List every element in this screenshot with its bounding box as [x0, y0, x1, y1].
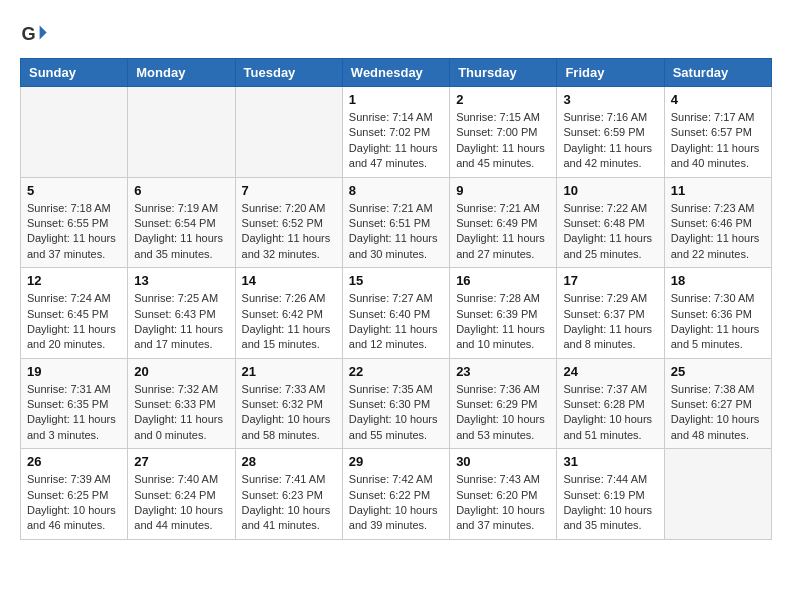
day-info: Sunrise: 7:22 AM Sunset: 6:48 PM Dayligh…	[563, 201, 657, 263]
header: G	[20, 20, 772, 48]
day-cell	[128, 87, 235, 178]
svg-marker-1	[40, 26, 47, 40]
day-info: Sunrise: 7:43 AM Sunset: 6:20 PM Dayligh…	[456, 472, 550, 534]
week-row-3: 12Sunrise: 7:24 AM Sunset: 6:45 PM Dayli…	[21, 268, 772, 359]
day-info: Sunrise: 7:41 AM Sunset: 6:23 PM Dayligh…	[242, 472, 336, 534]
day-cell	[664, 449, 771, 540]
day-number: 3	[563, 92, 657, 107]
day-info: Sunrise: 7:36 AM Sunset: 6:29 PM Dayligh…	[456, 382, 550, 444]
day-number: 30	[456, 454, 550, 469]
day-info: Sunrise: 7:19 AM Sunset: 6:54 PM Dayligh…	[134, 201, 228, 263]
day-info: Sunrise: 7:27 AM Sunset: 6:40 PM Dayligh…	[349, 291, 443, 353]
week-row-4: 19Sunrise: 7:31 AM Sunset: 6:35 PM Dayli…	[21, 358, 772, 449]
day-number: 31	[563, 454, 657, 469]
day-info: Sunrise: 7:42 AM Sunset: 6:22 PM Dayligh…	[349, 472, 443, 534]
day-info: Sunrise: 7:24 AM Sunset: 6:45 PM Dayligh…	[27, 291, 121, 353]
day-number: 2	[456, 92, 550, 107]
week-row-5: 26Sunrise: 7:39 AM Sunset: 6:25 PM Dayli…	[21, 449, 772, 540]
day-cell: 23Sunrise: 7:36 AM Sunset: 6:29 PM Dayli…	[450, 358, 557, 449]
day-number: 7	[242, 183, 336, 198]
day-cell: 18Sunrise: 7:30 AM Sunset: 6:36 PM Dayli…	[664, 268, 771, 359]
day-cell: 30Sunrise: 7:43 AM Sunset: 6:20 PM Dayli…	[450, 449, 557, 540]
day-number: 24	[563, 364, 657, 379]
day-cell: 20Sunrise: 7:32 AM Sunset: 6:33 PM Dayli…	[128, 358, 235, 449]
day-cell: 31Sunrise: 7:44 AM Sunset: 6:19 PM Dayli…	[557, 449, 664, 540]
day-info: Sunrise: 7:16 AM Sunset: 6:59 PM Dayligh…	[563, 110, 657, 172]
day-number: 13	[134, 273, 228, 288]
day-info: Sunrise: 7:29 AM Sunset: 6:37 PM Dayligh…	[563, 291, 657, 353]
day-cell: 29Sunrise: 7:42 AM Sunset: 6:22 PM Dayli…	[342, 449, 449, 540]
day-number: 6	[134, 183, 228, 198]
day-cell: 25Sunrise: 7:38 AM Sunset: 6:27 PM Dayli…	[664, 358, 771, 449]
logo-icon: G	[20, 20, 48, 48]
week-row-2: 5Sunrise: 7:18 AM Sunset: 6:55 PM Daylig…	[21, 177, 772, 268]
day-cell: 6Sunrise: 7:19 AM Sunset: 6:54 PM Daylig…	[128, 177, 235, 268]
day-cell: 14Sunrise: 7:26 AM Sunset: 6:42 PM Dayli…	[235, 268, 342, 359]
col-header-tuesday: Tuesday	[235, 59, 342, 87]
col-header-thursday: Thursday	[450, 59, 557, 87]
calendar-header-row: SundayMondayTuesdayWednesdayThursdayFrid…	[21, 59, 772, 87]
day-number: 18	[671, 273, 765, 288]
day-cell: 2Sunrise: 7:15 AM Sunset: 7:00 PM Daylig…	[450, 87, 557, 178]
day-info: Sunrise: 7:40 AM Sunset: 6:24 PM Dayligh…	[134, 472, 228, 534]
day-number: 27	[134, 454, 228, 469]
col-header-saturday: Saturday	[664, 59, 771, 87]
day-info: Sunrise: 7:44 AM Sunset: 6:19 PM Dayligh…	[563, 472, 657, 534]
day-info: Sunrise: 7:17 AM Sunset: 6:57 PM Dayligh…	[671, 110, 765, 172]
day-cell: 1Sunrise: 7:14 AM Sunset: 7:02 PM Daylig…	[342, 87, 449, 178]
col-header-wednesday: Wednesday	[342, 59, 449, 87]
day-info: Sunrise: 7:14 AM Sunset: 7:02 PM Dayligh…	[349, 110, 443, 172]
day-cell: 19Sunrise: 7:31 AM Sunset: 6:35 PM Dayli…	[21, 358, 128, 449]
day-cell: 27Sunrise: 7:40 AM Sunset: 6:24 PM Dayli…	[128, 449, 235, 540]
day-info: Sunrise: 7:38 AM Sunset: 6:27 PM Dayligh…	[671, 382, 765, 444]
day-cell: 4Sunrise: 7:17 AM Sunset: 6:57 PM Daylig…	[664, 87, 771, 178]
day-info: Sunrise: 7:31 AM Sunset: 6:35 PM Dayligh…	[27, 382, 121, 444]
day-number: 4	[671, 92, 765, 107]
day-cell: 16Sunrise: 7:28 AM Sunset: 6:39 PM Dayli…	[450, 268, 557, 359]
day-cell	[21, 87, 128, 178]
day-number: 11	[671, 183, 765, 198]
day-cell: 8Sunrise: 7:21 AM Sunset: 6:51 PM Daylig…	[342, 177, 449, 268]
day-cell: 11Sunrise: 7:23 AM Sunset: 6:46 PM Dayli…	[664, 177, 771, 268]
day-cell: 15Sunrise: 7:27 AM Sunset: 6:40 PM Dayli…	[342, 268, 449, 359]
day-number: 14	[242, 273, 336, 288]
day-cell	[235, 87, 342, 178]
day-number: 28	[242, 454, 336, 469]
day-cell: 28Sunrise: 7:41 AM Sunset: 6:23 PM Dayli…	[235, 449, 342, 540]
day-number: 10	[563, 183, 657, 198]
day-info: Sunrise: 7:28 AM Sunset: 6:39 PM Dayligh…	[456, 291, 550, 353]
day-number: 25	[671, 364, 765, 379]
day-number: 12	[27, 273, 121, 288]
day-cell: 24Sunrise: 7:37 AM Sunset: 6:28 PM Dayli…	[557, 358, 664, 449]
calendar: SundayMondayTuesdayWednesdayThursdayFrid…	[20, 58, 772, 540]
day-number: 19	[27, 364, 121, 379]
day-info: Sunrise: 7:15 AM Sunset: 7:00 PM Dayligh…	[456, 110, 550, 172]
day-cell: 26Sunrise: 7:39 AM Sunset: 6:25 PM Dayli…	[21, 449, 128, 540]
day-info: Sunrise: 7:26 AM Sunset: 6:42 PM Dayligh…	[242, 291, 336, 353]
svg-text:G: G	[21, 24, 35, 44]
day-number: 17	[563, 273, 657, 288]
day-number: 22	[349, 364, 443, 379]
day-cell: 13Sunrise: 7:25 AM Sunset: 6:43 PM Dayli…	[128, 268, 235, 359]
day-info: Sunrise: 7:30 AM Sunset: 6:36 PM Dayligh…	[671, 291, 765, 353]
day-cell: 22Sunrise: 7:35 AM Sunset: 6:30 PM Dayli…	[342, 358, 449, 449]
day-cell: 7Sunrise: 7:20 AM Sunset: 6:52 PM Daylig…	[235, 177, 342, 268]
day-number: 20	[134, 364, 228, 379]
day-info: Sunrise: 7:37 AM Sunset: 6:28 PM Dayligh…	[563, 382, 657, 444]
day-cell: 17Sunrise: 7:29 AM Sunset: 6:37 PM Dayli…	[557, 268, 664, 359]
day-info: Sunrise: 7:23 AM Sunset: 6:46 PM Dayligh…	[671, 201, 765, 263]
day-number: 9	[456, 183, 550, 198]
day-number: 16	[456, 273, 550, 288]
day-cell: 10Sunrise: 7:22 AM Sunset: 6:48 PM Dayli…	[557, 177, 664, 268]
day-cell: 12Sunrise: 7:24 AM Sunset: 6:45 PM Dayli…	[21, 268, 128, 359]
day-number: 21	[242, 364, 336, 379]
day-cell: 21Sunrise: 7:33 AM Sunset: 6:32 PM Dayli…	[235, 358, 342, 449]
day-info: Sunrise: 7:20 AM Sunset: 6:52 PM Dayligh…	[242, 201, 336, 263]
day-number: 8	[349, 183, 443, 198]
day-info: Sunrise: 7:21 AM Sunset: 6:51 PM Dayligh…	[349, 201, 443, 263]
day-number: 15	[349, 273, 443, 288]
col-header-sunday: Sunday	[21, 59, 128, 87]
col-header-monday: Monday	[128, 59, 235, 87]
week-row-1: 1Sunrise: 7:14 AM Sunset: 7:02 PM Daylig…	[21, 87, 772, 178]
day-info: Sunrise: 7:33 AM Sunset: 6:32 PM Dayligh…	[242, 382, 336, 444]
